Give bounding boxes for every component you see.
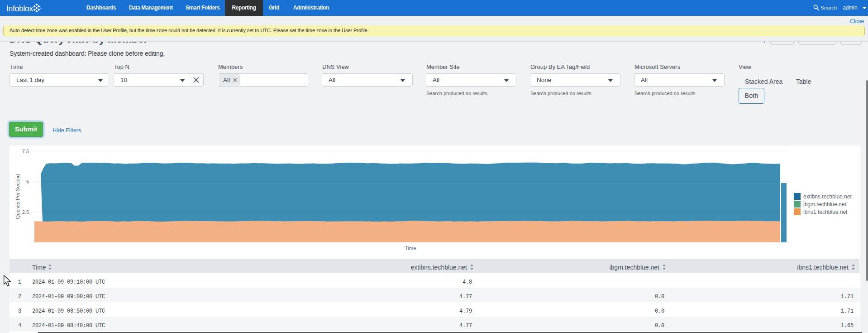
svg-text:2.5: 2.5	[22, 209, 29, 215]
svg-text:ibgm.techblue.net: ibgm.techblue.net	[803, 201, 846, 208]
svg-text:extibns.techblue.net: extibns.techblue.net	[803, 193, 852, 200]
svg-text:5: 5	[26, 179, 29, 184]
svg-text:Infoblox: Infoblox	[6, 4, 33, 13]
svg-text:Time: Time	[405, 246, 416, 251]
svg-text:ibns1.techblue.net: ibns1.techblue.net	[803, 209, 848, 215]
svg-text:7.5: 7.5	[22, 149, 29, 154]
svg-text:Queries Per Second: Queries Per Second	[15, 174, 20, 219]
